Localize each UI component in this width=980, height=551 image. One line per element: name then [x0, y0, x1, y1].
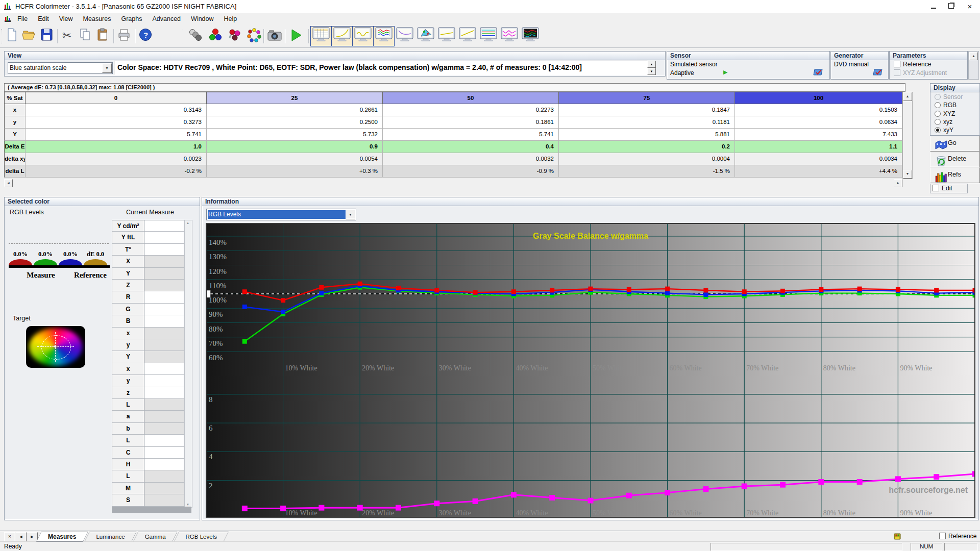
copy-icon[interactable] — [78, 27, 94, 43]
tab-gamma[interactable]: Gamma — [133, 532, 178, 542]
view-rgb-levels-icon[interactable] — [375, 27, 391, 43]
current-measure-scrollbar[interactable]: ▲ ▼ — [184, 220, 192, 508]
data-point[interactable] — [742, 289, 747, 294]
view-color-temperature-icon[interactable] — [480, 27, 496, 43]
minimize-button[interactable] — [925, 0, 942, 13]
cm-row-value[interactable] — [144, 375, 184, 387]
cm-row-value[interactable] — [144, 291, 184, 303]
radio-xyz[interactable]: XYZ — [935, 110, 955, 117]
table-cell[interactable]: 5.881 — [559, 129, 735, 141]
spinner-down-icon[interactable]: ▼ — [647, 68, 656, 75]
table-cell[interactable]: 0.0034 — [735, 153, 902, 165]
data-point[interactable] — [934, 288, 939, 292]
cm-row-value[interactable] — [144, 328, 184, 339]
table-scroll-down-icon[interactable]: ▼ — [903, 170, 912, 179]
tab-rgb-levels[interactable]: RGB Levels — [174, 532, 229, 542]
save-icon[interactable] — [39, 27, 55, 43]
tab-luminance[interactable]: Luminance — [84, 532, 136, 542]
data-point[interactable] — [242, 289, 247, 294]
table-cell[interactable]: -1.5 % — [559, 165, 735, 178]
close-tab-icon[interactable]: × — [4, 532, 15, 542]
data-point[interactable] — [511, 492, 517, 497]
menu-item-file[interactable]: File — [12, 13, 33, 25]
table-vscrollbar[interactable]: ▲ ▼ — [902, 92, 913, 179]
generator-config-button[interactable] — [873, 68, 885, 79]
data-point[interactable] — [703, 486, 708, 492]
cm-row-value[interactable] — [144, 423, 184, 435]
data-point[interactable] — [319, 285, 324, 290]
radio-rgb[interactable]: RGB — [935, 102, 957, 109]
cm-row-value[interactable] — [144, 483, 184, 494]
sensor-config-button[interactable] — [813, 68, 825, 79]
prev-tab-icon[interactable]: ◄ — [15, 532, 27, 542]
table-scroll-right-icon[interactable]: ► — [894, 179, 902, 187]
data-point[interactable] — [242, 339, 247, 344]
cm-row-value[interactable] — [144, 459, 184, 470]
table-cell[interactable]: -0.2 % — [26, 165, 207, 178]
table-cell[interactable]: -0.9 % — [383, 165, 559, 178]
cm-row-value[interactable] — [144, 494, 184, 506]
checkbox-icon[interactable] — [894, 61, 900, 67]
data-point[interactable] — [280, 506, 286, 511]
table-cell[interactable]: +4.4 % — [735, 165, 902, 178]
cm-row-value[interactable] — [144, 351, 184, 363]
data-point[interactable] — [511, 289, 516, 294]
data-point[interactable] — [896, 287, 900, 292]
view-gamma-curve-icon[interactable] — [354, 27, 371, 43]
menu-item-view[interactable]: View — [54, 13, 78, 25]
cm-row-value[interactable] — [144, 315, 184, 327]
table-cell[interactable]: 0.1861 — [383, 116, 559, 129]
tab-measures[interactable]: Measures — [36, 532, 88, 542]
column-header-25[interactable]: 25 — [207, 92, 383, 104]
sensor-run-icon[interactable]: ▶ — [723, 69, 727, 76]
data-point[interactable] — [434, 500, 439, 506]
edit-checkbox[interactable] — [933, 185, 939, 191]
chevron-down-icon[interactable]: ▼ — [102, 63, 112, 73]
reference-check-row[interactable]: Reference — [939, 533, 976, 540]
data-point[interactable] — [588, 498, 594, 504]
cm-row-value[interactable] — [144, 447, 184, 459]
data-point[interactable] — [895, 476, 901, 482]
data-point[interactable] — [281, 298, 285, 303]
column-header-0[interactable]: 0 — [26, 92, 207, 104]
table-cell[interactable]: 0.9 — [207, 141, 383, 153]
cm-row-value[interactable] — [144, 339, 184, 351]
data-point[interactable] — [319, 291, 324, 295]
cm-row-value[interactable] — [144, 435, 184, 446]
table-cell[interactable]: 0.2661 — [207, 104, 383, 116]
view-mode-dropdown[interactable]: Blue saturation scale ▼ — [8, 62, 113, 74]
data-point[interactable] — [242, 305, 247, 309]
primaries-measure-icon[interactable] — [207, 27, 224, 43]
menu-item-advanced[interactable]: Advanced — [147, 13, 186, 25]
data-point[interactable] — [819, 287, 823, 292]
spinner-up-icon[interactable]: ▲ — [647, 61, 656, 68]
reference-level-handle[interactable] — [206, 290, 210, 297]
data-point[interactable] — [357, 505, 363, 511]
data-point[interactable] — [818, 479, 824, 485]
snapshot-icon[interactable] — [266, 27, 283, 43]
view-saturation-curves-icon[interactable] — [501, 27, 517, 43]
data-point[interactable] — [703, 292, 708, 297]
table-cell[interactable]: 0.4 — [383, 141, 559, 153]
menu-item-window[interactable]: Window — [186, 13, 218, 25]
data-point[interactable] — [626, 493, 632, 498]
checkbox-reference[interactable]: Reference — [894, 61, 931, 68]
data-point[interactable] — [589, 287, 593, 291]
table-cell[interactable]: 0.3143 — [26, 104, 207, 116]
table-cell[interactable]: 0.1847 — [559, 104, 735, 116]
continuous-measure-icon[interactable] — [246, 27, 262, 43]
grayscale-measure-icon[interactable] — [188, 27, 204, 43]
column-header-75[interactable]: 75 — [559, 92, 735, 104]
edit-checkbox-row[interactable]: Edit — [930, 184, 968, 193]
table-scroll-up-icon[interactable]: ▲ — [903, 92, 912, 101]
data-point[interactable] — [396, 505, 401, 511]
table-cell[interactable]: 0.2 — [559, 141, 735, 153]
table-cell[interactable]: 0.2273 — [383, 104, 559, 116]
cm-row-value[interactable] — [144, 268, 184, 280]
table-cell[interactable]: 0.2500 — [207, 116, 383, 129]
cm-row-value[interactable] — [144, 244, 184, 256]
cm-row-value[interactable] — [144, 220, 184, 232]
data-point[interactable] — [473, 498, 478, 504]
table-cell[interactable]: 0.3273 — [26, 116, 207, 129]
radio-icon[interactable] — [935, 119, 941, 125]
